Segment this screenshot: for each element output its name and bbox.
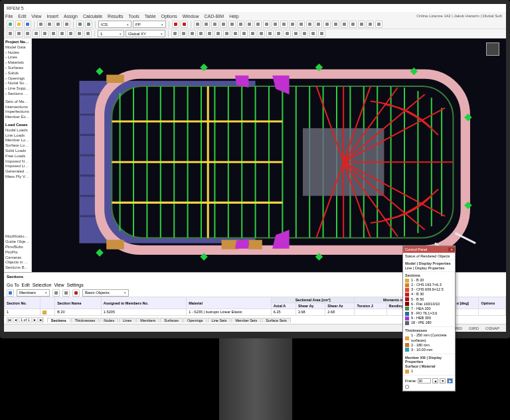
cp-thickness-row[interactable]: 3 - 10.00 mm: [405, 348, 453, 352]
table-mode-combo[interactable]: Basic Objects: [82, 289, 129, 297]
toolbar-button[interactable]: [223, 30, 230, 37]
status-gird[interactable]: GIRD: [469, 326, 479, 330]
cp-checkbox[interactable]: [405, 385, 409, 389]
col-members[interactable]: Assigned to Members No.: [101, 297, 186, 309]
toolbar-button[interactable]: [298, 21, 305, 28]
nav-item[interactable]: Cameras: [5, 255, 30, 261]
menu-options[interactable]: Options: [161, 14, 177, 19]
nav-item[interactable]: Solid Loads: [5, 149, 30, 154]
toolbar-button[interactable]: [254, 21, 262, 28]
table-apply-icon[interactable]: [7, 289, 14, 297]
pager-next[interactable]: ▸: [33, 317, 38, 322]
toolbar-button[interactable]: [266, 30, 274, 37]
menu-results[interactable]: Results: [108, 14, 123, 19]
cp-thickness-row[interactable]: 1 - 250 mm (Concrete surfaces): [405, 333, 453, 342]
toolbar-button[interactable]: [318, 30, 325, 37]
nav-item[interactable]: Surface Loads: [5, 143, 30, 149]
nav-item[interactable]: Sets of Members: [5, 100, 30, 105]
col-alpha[interactable]: α [deg]: [454, 297, 479, 309]
toolbar-button[interactable]: [332, 21, 339, 28]
toolbar-button[interactable]: [323, 21, 331, 28]
toolbar-button[interactable]: [367, 21, 374, 28]
menu-insert[interactable]: Insert: [46, 14, 58, 19]
pager-last[interactable]: ▸|: [39, 317, 44, 322]
nav-item[interactable]: › Openings: [5, 76, 30, 82]
cp-section-row[interactable]: 18 - IPE 180: [405, 320, 453, 325]
cp-section-row[interactable]: 3 - CHS 609.6×12.5: [405, 287, 453, 292]
cp-section-row[interactable]: 5 - B 50: [405, 297, 453, 302]
toolbar-button[interactable]: [211, 21, 218, 28]
col-name[interactable]: Section Name: [55, 297, 102, 309]
cut-icon[interactable]: [46, 21, 53, 28]
toolbar-button[interactable]: [24, 30, 31, 37]
menu-view[interactable]: View: [31, 14, 41, 19]
cp-section-row[interactable]: 4 - B 30: [405, 292, 453, 297]
toolbar-button[interactable]: [197, 30, 205, 37]
results-icon[interactable]: [181, 21, 188, 28]
nav-item[interactable]: Generated Loads: [5, 169, 30, 175]
pager-first[interactable]: |◂: [7, 317, 12, 322]
table-menu-settings[interactable]: Settings: [66, 283, 83, 287]
undo-icon[interactable]: [76, 21, 84, 28]
pager-prev[interactable]: ◂: [13, 317, 18, 322]
print-icon[interactable]: [37, 21, 44, 28]
nav-item[interactable]: › Nodal Supports: [5, 81, 30, 86]
toolbar-button[interactable]: [203, 21, 210, 28]
redo-icon[interactable]: [85, 21, 92, 28]
tab-members[interactable]: Members: [136, 318, 159, 322]
calculate-icon[interactable]: [172, 21, 179, 28]
view-cube[interactable]: [486, 42, 499, 56]
toolbar-button[interactable]: [171, 30, 179, 37]
tab-surfaces[interactable]: Surfaces: [160, 318, 183, 322]
toolbar-button[interactable]: [375, 21, 382, 28]
table-menu-selection[interactable]: Selection: [33, 283, 52, 287]
model-viewport[interactable]: [32, 38, 506, 272]
tab-linesets[interactable]: Line Sets: [208, 318, 231, 322]
col-no[interactable]: Section No.: [5, 297, 41, 309]
col-A[interactable]: Axial A: [271, 303, 296, 309]
nav-item[interactable]: › Line Supports: [5, 86, 30, 92]
copy-icon[interactable]: [54, 21, 62, 28]
nav-item[interactable]: Imposed Line Deformat.: [5, 164, 30, 169]
toolbar-button[interactable]: [275, 30, 282, 37]
toolbar-button[interactable]: [15, 30, 23, 37]
nav-item[interactable]: Member Loads: [5, 138, 30, 143]
menu-tools[interactable]: Tools: [128, 14, 139, 19]
menu-file[interactable]: File: [5, 14, 13, 19]
toolbar-button[interactable]: [306, 21, 313, 28]
open-file-icon[interactable]: [15, 21, 23, 28]
menu-help[interactable]: Help: [229, 14, 238, 19]
cp-thickness-row[interactable]: 2 - 180 mm: [405, 343, 453, 348]
control-panel-title[interactable]: Control Panel ×: [403, 246, 455, 253]
new-file-icon[interactable]: [7, 21, 14, 28]
nav-item[interactable]: › Sections on Load Ca...: [5, 92, 30, 97]
toolbar-button[interactable]: [232, 30, 239, 37]
toolbar-button[interactable]: [58, 30, 66, 37]
play-icon[interactable]: ▶: [447, 378, 453, 384]
col-color[interactable]: [41, 297, 55, 309]
table-menu-goto[interactable]: Go To: [7, 283, 19, 287]
nav-item[interactable]: Pins/Bolts: [5, 245, 30, 250]
table-filter-combo[interactable]: Members: [17, 289, 50, 297]
toolbar-button[interactable]: [258, 30, 265, 37]
paste-icon[interactable]: [63, 21, 70, 28]
nav-item[interactable]: Imposed Nodal Deformat.: [5, 159, 30, 165]
toolbar-button[interactable]: [315, 21, 322, 28]
menu-table[interactable]: Table: [145, 14, 156, 19]
nav-item[interactable]: › Lines: [5, 55, 30, 60]
toolbar-button[interactable]: [180, 30, 187, 37]
cp-section-row[interactable]: 7 - HEA 200: [405, 307, 453, 311]
tab-membersets[interactable]: Member Sets: [231, 318, 261, 322]
table-menu-view[interactable]: View: [54, 283, 64, 287]
cp-section-row[interactable]: 9 - HEB 300: [405, 316, 453, 320]
nav-item[interactable]: Load Cases: [5, 123, 30, 128]
toolbar-button[interactable]: [220, 21, 227, 28]
nav-item[interactable]: › Surfaces: [5, 66, 30, 71]
col-material[interactable]: Material: [187, 297, 272, 309]
col-Ay[interactable]: Shear Ay: [296, 303, 325, 309]
toolbar-button[interactable]: [189, 30, 196, 37]
toolbar-button[interactable]: [349, 21, 357, 28]
toolbar-button[interactable]: [240, 30, 248, 37]
toolbar-button[interactable]: [358, 21, 365, 28]
nav-item[interactable]: Intersections: [5, 105, 30, 110]
